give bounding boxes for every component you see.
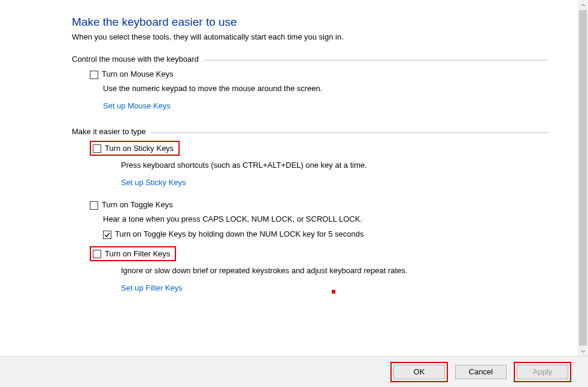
group-mouse-control: Control the mouse with the keyboard Turn… [72, 55, 548, 113]
checkbox-sticky-keys[interactable] [93, 144, 101, 153]
chevron-up-icon [581, 3, 586, 8]
annotation-dot [332, 290, 335, 294]
checkbox-label[interactable]: Turn on Toggle Keys by holding down the … [115, 229, 364, 238]
checkbox-label[interactable]: Turn on Filter Keys [105, 249, 170, 258]
cancel-button[interactable]: Cancel [455, 365, 507, 379]
link-setup-filter-keys[interactable]: Set up Filter Keys [121, 283, 183, 292]
checkbox-toggle-keys-hold-numlock[interactable] [103, 231, 111, 239]
highlight-apply: Apply [514, 362, 571, 382]
checkbox-label[interactable]: Turn on Toggle Keys [102, 200, 173, 209]
scroll-down-button[interactable] [578, 346, 588, 356]
checkbox-mouse-keys[interactable] [90, 71, 98, 79]
highlight-ok: OK [390, 362, 448, 382]
ok-button[interactable]: OK [393, 365, 445, 379]
link-setup-mouse-keys[interactable]: Set up Mouse Keys [103, 101, 171, 110]
scrollbar-thumb[interactable] [579, 10, 587, 346]
checkbox-label[interactable]: Turn on Sticky Keys [105, 144, 174, 153]
group-caption: Make it easier to type [72, 127, 151, 136]
dialog-footer: OK Cancel Apply [0, 356, 588, 387]
checkbox-toggle-keys[interactable] [90, 201, 98, 210]
highlight-sticky-keys: Turn on Sticky Keys [90, 141, 180, 156]
vertical-scrollbar[interactable] [578, 0, 588, 356]
group-easier-to-type: Make it easier to type Turn on Sticky Ke… [72, 127, 548, 295]
scrollbar-track[interactable] [578, 10, 588, 346]
chevron-down-icon [581, 349, 586, 353]
description-text: Use the numeric keypad to move the mouse… [90, 84, 548, 93]
description-text: Ignore or slow down brief or repeated ke… [90, 266, 548, 275]
description-text: Hear a tone when you press CAPS LOCK, NU… [103, 214, 548, 223]
checkmark-icon [104, 231, 111, 238]
page-title: Make the keyboard easier to use [72, 16, 548, 29]
scroll-up-button[interactable] [578, 0, 588, 10]
group-caption: Control the mouse with the keyboard [72, 55, 204, 64]
highlight-filter-keys: Turn on Filter Keys [90, 246, 176, 261]
apply-button[interactable]: Apply [517, 365, 568, 379]
checkbox-filter-keys[interactable] [93, 250, 101, 258]
page-subtitle: When you select these tools, they will a… [72, 32, 548, 41]
checkbox-label[interactable]: Turn on Mouse Keys [102, 69, 173, 78]
link-setup-sticky-keys[interactable]: Set up Sticky Keys [121, 178, 186, 187]
description-text: Press keyboard shortcuts (such as CTRL+A… [90, 161, 548, 170]
